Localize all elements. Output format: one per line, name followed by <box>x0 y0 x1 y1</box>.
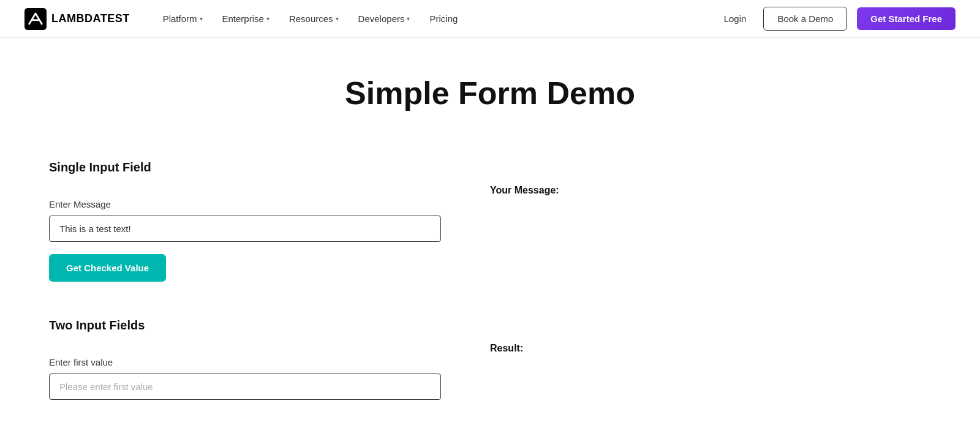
chevron-down-icon: ▾ <box>200 15 203 22</box>
logo-text: LAMBDATEST <box>51 12 130 25</box>
nav-item-pricing[interactable]: Pricing <box>421 9 466 29</box>
chevron-down-icon: ▾ <box>407 15 410 22</box>
your-message-label: Your Message: <box>490 185 931 196</box>
svg-rect-0 <box>24 8 47 30</box>
single-input-title: Single Input Field <box>49 160 441 175</box>
nav-label-platform: Platform <box>163 13 197 24</box>
nav-label-resources: Resources <box>289 13 333 24</box>
single-input-section: Single Input Field Enter Message Get Che… <box>49 160 931 282</box>
chevron-down-icon: ▾ <box>336 15 339 22</box>
logo-icon <box>24 8 47 30</box>
nav-actions: Login Book a Demo Get Started Free <box>717 7 956 31</box>
result-label: Result: <box>490 343 931 354</box>
first-value-label: Enter first value <box>49 357 441 367</box>
navbar: LAMBDATEST Platform ▾ Enterprise ▾ Resou… <box>0 0 980 38</box>
two-input-left: Two Input Fields Enter first value <box>49 318 441 400</box>
logo[interactable]: LAMBDATEST <box>24 8 130 30</box>
nav-label-enterprise: Enterprise <box>222 13 264 24</box>
chevron-down-icon: ▾ <box>266 15 270 22</box>
nav-links: Platform ▾ Enterprise ▾ Resources ▾ Deve… <box>154 9 717 29</box>
message-input[interactable] <box>49 216 441 242</box>
nav-item-developers[interactable]: Developers ▾ <box>350 9 419 29</box>
single-input-right: Your Message: <box>441 160 931 282</box>
nav-item-resources[interactable]: Resources ▾ <box>281 9 347 29</box>
first-value-input[interactable] <box>49 374 441 400</box>
nav-label-pricing: Pricing <box>429 13 458 24</box>
two-input-title: Two Input Fields <box>49 318 441 332</box>
nav-item-enterprise[interactable]: Enterprise ▾ <box>214 9 278 29</box>
nav-item-platform[interactable]: Platform ▾ <box>154 9 211 29</box>
two-input-section: Two Input Fields Enter first value Resul… <box>49 318 931 400</box>
main-content: Simple Form Demo Single Input Field Ente… <box>0 38 980 447</box>
login-button[interactable]: Login <box>717 9 754 29</box>
single-input-left: Single Input Field Enter Message Get Che… <box>49 160 441 282</box>
two-input-right: Result: <box>441 318 931 400</box>
page-title: Simple Form Demo <box>49 75 931 111</box>
book-demo-button[interactable]: Book a Demo <box>763 7 847 31</box>
get-checked-value-button[interactable]: Get Checked Value <box>49 254 166 282</box>
nav-label-developers: Developers <box>358 13 405 24</box>
enter-message-label: Enter Message <box>49 199 441 209</box>
get-started-button[interactable]: Get Started Free <box>857 7 956 30</box>
